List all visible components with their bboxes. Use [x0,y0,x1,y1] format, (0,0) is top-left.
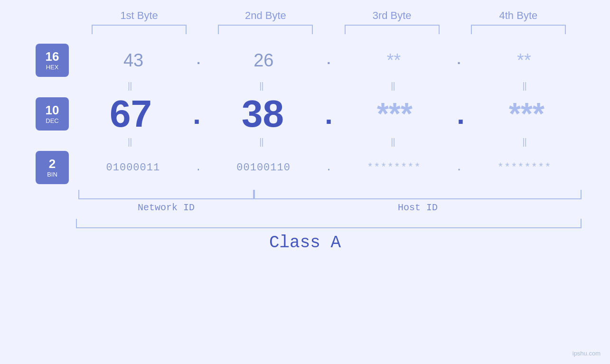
dec-row: 10 DEC 67 . 38 . *** . *** [28,95,582,133]
dec-b1: 67 [110,95,152,133]
class-label: Class A [269,233,341,252]
hex-badge: 16 HEX [36,44,69,77]
byte2-label: 2nd Byte [213,9,318,22]
byte3-bracket [345,25,440,34]
bin-b2: 00100110 [236,162,291,174]
dec-b3: *** [377,99,413,129]
class-label-row: Class A [28,233,582,252]
hex-b2: 26 [253,50,273,71]
hex-dot2: . [321,53,336,68]
dec-badge: 10 DEC [36,97,69,131]
host-id-label: Host ID [398,202,438,213]
hex-b4: ** [517,50,531,71]
dec-b4: *** [509,99,544,129]
network-id-bracket [78,190,254,199]
hex-dot1: . [191,53,206,68]
byte1-bracket [92,25,187,34]
dec-dot1: . [188,100,205,132]
byte1-label: 1st Byte [87,9,191,22]
sep-hex-dec: ‖ ‖ ‖ ‖ [28,81,582,91]
class-bracket-section [28,219,582,228]
bin-dot3: . [456,162,462,174]
class-bracket [76,219,582,228]
hex-dot3: . [452,53,466,68]
bottom-brackets-row: Network ID Host ID [28,190,582,213]
watermark: ipshu.com [572,350,601,357]
bin-dot1: . [195,162,201,174]
byte4-bracket [471,25,566,34]
byte3-label: 3rd Byte [340,9,444,22]
bin-row: 2 BIN 01000011 . 00100110 . ******** . *… [28,151,582,184]
main-container: 1st Byte 2nd Byte 3rd Byte 4th Byte 16 H… [0,0,610,364]
bin-dot2: . [326,162,332,174]
host-id-bracket [254,190,582,199]
sep-dec-bin: ‖ ‖ ‖ ‖ [28,137,582,147]
bin-b3: ******** [367,162,421,174]
dec-dot3: . [452,100,469,132]
network-id-label: Network ID [138,202,195,213]
hex-row: 16 HEX 43 . 26 . ** . ** [28,44,582,77]
byte2-bracket [218,25,313,34]
byte4-label: 4th Byte [466,9,571,22]
bin-b1: 01000011 [106,162,160,174]
dec-dot2: . [320,100,337,132]
hex-b3: ** [387,50,401,71]
bin-b4: ******** [497,162,552,174]
dec-b2: 38 [242,95,284,133]
hex-b1: 43 [123,50,143,71]
bin-badge: 2 BIN [36,151,69,184]
